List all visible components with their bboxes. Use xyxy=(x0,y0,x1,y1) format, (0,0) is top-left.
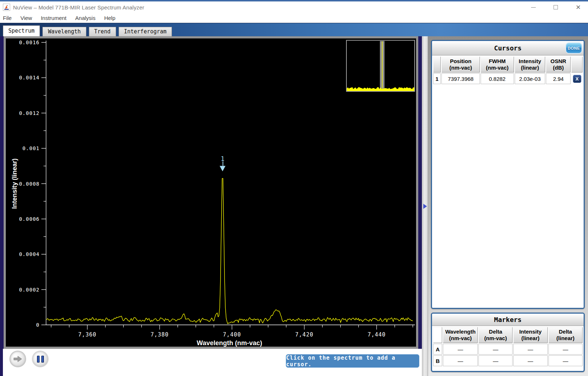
pause-button[interactable] xyxy=(32,351,49,367)
menu-help[interactable]: Help xyxy=(104,14,119,22)
pause-icon xyxy=(37,356,44,363)
svg-text:0: 0 xyxy=(36,322,40,328)
cursors-panel-title: Cursors xyxy=(494,44,522,52)
tab-bar: Spectrum Wavelength Trend Interferogram xyxy=(0,23,588,36)
col-fwhm: FWHM(nm-vac) xyxy=(481,57,514,73)
delete-cursor-button[interactable]: X xyxy=(573,75,581,83)
markers-table: Wavelength(nm-vac) Delta(nm-vac) Intensi… xyxy=(432,326,583,367)
done-button[interactable]: DONE xyxy=(566,42,582,54)
svg-text:7,400: 7,400 xyxy=(223,331,241,338)
marker-b-intensity: — xyxy=(513,355,548,366)
svg-text:0.0016: 0.0016 xyxy=(19,40,40,45)
marker-a-intensity: — xyxy=(513,344,548,355)
markers-panel: Markers Wavelength(nm-vac) Delta(nm-vac)… xyxy=(431,313,585,372)
app-window: NuView – Model 771B-MIR Laser Spectrum A… xyxy=(0,0,588,376)
svg-text:0.0012: 0.0012 xyxy=(19,110,40,116)
marker-row-a: A — — — — xyxy=(433,344,583,355)
svg-text:0.0002: 0.0002 xyxy=(19,287,40,293)
maximize-button[interactable] xyxy=(551,3,560,12)
menu-analysis[interactable]: Analysis xyxy=(75,14,99,22)
minimize-button[interactable] xyxy=(529,3,538,12)
minimize-icon xyxy=(531,7,536,8)
single-acquire-button[interactable] xyxy=(9,351,26,367)
svg-text:7,420: 7,420 xyxy=(295,331,313,338)
svg-text:0.001: 0.001 xyxy=(22,145,40,151)
col-osnr: OSNR(dB) xyxy=(546,57,571,73)
cursors-header-row: Position(nm-vac) FWHM(nm-vac) Intensity(… xyxy=(433,57,583,73)
menu-file[interactable]: File xyxy=(3,14,15,22)
svg-text:Intensity (linear): Intensity (linear) xyxy=(11,158,18,209)
menu-bar: File View Instrument Analysis Help xyxy=(0,13,588,23)
marker-row-label-a: A xyxy=(433,344,442,355)
svg-text:Wavelength (nm-vac): Wavelength (nm-vac) xyxy=(197,339,262,347)
svg-text:7,380: 7,380 xyxy=(151,331,169,338)
markers-panel-title: Markers xyxy=(494,316,522,323)
cursor-delete-cell: X xyxy=(571,73,583,84)
col-intensity: Intensity(linear) xyxy=(515,57,545,73)
marker-b-wavelength: — xyxy=(443,355,478,366)
markers-corner-cell xyxy=(433,327,442,343)
markers-header-row: Wavelength(nm-vac) Delta(nm-vac) Intensi… xyxy=(433,327,583,343)
menu-view[interactable]: View xyxy=(20,14,36,22)
arrow-right-icon xyxy=(13,355,23,363)
cursor-osnr-value: 2.94 xyxy=(546,73,571,84)
svg-text:0.0014: 0.0014 xyxy=(19,75,40,80)
cursor-row-1: 1 7397.3968 0.8282 2.03e-03 2.94 X xyxy=(433,73,583,84)
title-bar: NuView – Model 771B-MIR Laser Spectrum A… xyxy=(0,1,588,13)
cursors-table: Position(nm-vac) FWHM(nm-vac) Intensity(… xyxy=(432,56,583,85)
spectrum-plot[interactable]: 00.00020.00040.00060.00080.0010.00120.00… xyxy=(6,38,416,347)
splitter-expand-arrow-icon[interactable] xyxy=(423,204,427,209)
tab-wavelength[interactable]: Wavelength xyxy=(42,27,86,36)
spectrum-overview-inset[interactable] xyxy=(346,40,415,92)
cursors-panel-empty-area xyxy=(432,85,584,308)
close-icon: ✕ xyxy=(576,4,581,11)
marker-a-wavelength: — xyxy=(443,344,478,355)
window-title: NuView – Model 771B-MIR Laser Spectrum A… xyxy=(13,4,144,11)
cursor-fwhm-value: 0.8282 xyxy=(481,73,514,84)
menu-instrument[interactable]: Instrument xyxy=(41,14,70,22)
markers-panel-header: Markers xyxy=(432,314,584,326)
close-button[interactable]: ✕ xyxy=(573,3,583,12)
tab-trend[interactable]: Trend xyxy=(89,27,116,36)
overview-chart xyxy=(347,41,414,91)
cursors-panel-header: Cursors DONE xyxy=(432,41,584,55)
marker-row-b: B — — — — xyxy=(433,355,583,366)
cursor-intensity-value: 2.03e-03 xyxy=(515,73,545,84)
tab-spectrum[interactable]: Spectrum xyxy=(3,25,40,36)
svg-text:1: 1 xyxy=(221,155,224,162)
col-delta-nm: Delta(nm-vac) xyxy=(478,327,512,343)
tab-interferogram[interactable]: Interferogram xyxy=(119,27,172,36)
status-tooltip: Click on the spectrum to add a cursor. xyxy=(286,354,419,368)
svg-text:7,360: 7,360 xyxy=(78,331,96,338)
col-delta-linear: Delta(linear) xyxy=(548,327,583,343)
svg-text:0.0006: 0.0006 xyxy=(19,216,40,222)
svg-text:7,440: 7,440 xyxy=(367,331,386,338)
main-area: 00.00020.00040.00060.00080.0010.00120.00… xyxy=(0,36,588,376)
window-controls: ✕ xyxy=(529,1,583,13)
marker-b-delta-linear: — xyxy=(548,355,583,366)
cursor-position-value: 7397.3968 xyxy=(441,73,480,84)
col-delete xyxy=(571,57,583,73)
marker-a-delta-linear: — xyxy=(548,344,583,355)
maximize-icon xyxy=(554,5,558,9)
cursors-corner-cell xyxy=(433,57,441,73)
cursor-row-number: 1 xyxy=(433,73,441,84)
cursors-panel: Cursors DONE Position(nm-vac) FWHM(nm-va… xyxy=(431,40,585,309)
panel-splitter[interactable] xyxy=(422,36,428,376)
svg-text:0.0004: 0.0004 xyxy=(19,251,40,257)
right-panel-area: Cursors DONE Position(nm-vac) FWHM(nm-va… xyxy=(422,36,588,376)
svg-text:0.0008: 0.0008 xyxy=(19,181,40,187)
marker-row-label-b: B xyxy=(433,355,442,366)
col-position: Position(nm-vac) xyxy=(441,57,480,73)
nuview-logo-icon xyxy=(3,4,10,11)
spectrum-plot-frame: 00.00020.00040.00060.00080.0010.00120.00… xyxy=(4,36,418,349)
col-wavelength: Wavelength(nm-vac) xyxy=(443,327,478,343)
marker-a-delta-nm: — xyxy=(478,344,512,355)
bottom-bar: Click on the spectrum to add a cursor. xyxy=(3,349,422,376)
col-intensity-linear: Intensity(linear) xyxy=(513,327,548,343)
marker-b-delta-nm: — xyxy=(478,355,512,366)
